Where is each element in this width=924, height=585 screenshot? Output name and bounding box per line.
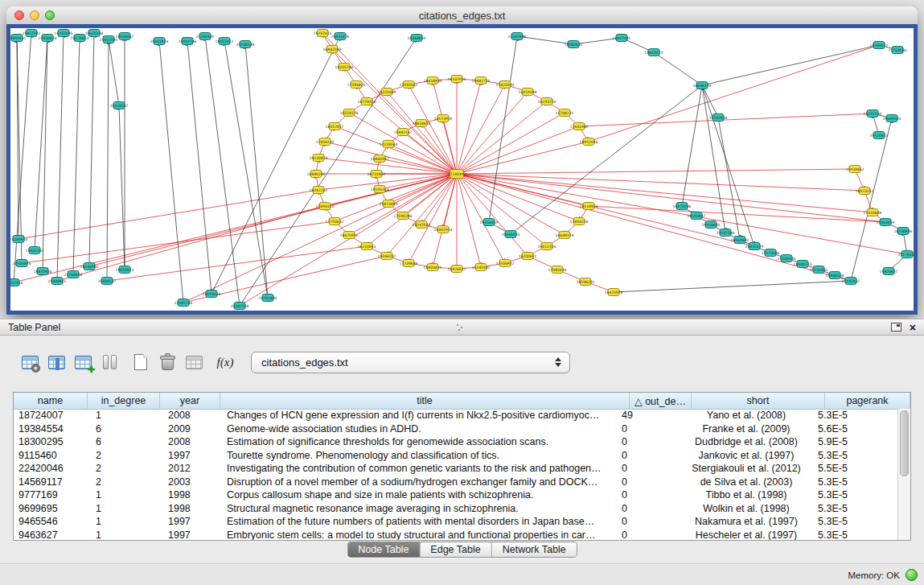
- graph-node-label: 18730946: [894, 229, 913, 233]
- graph-node-label: 19457302: [23, 31, 41, 35]
- graph-node-label: 16302914: [434, 228, 453, 232]
- graph-edge: [224, 41, 268, 298]
- graph-node-label: 19528460: [702, 223, 721, 227]
- graph-node-label: 21037584: [717, 231, 735, 235]
- table-cell: 1: [88, 529, 160, 540]
- graph-node-label: 19845203: [26, 249, 44, 253]
- table-cell: 1: [88, 410, 160, 421]
- table-cell: 0: [618, 450, 680, 461]
- table-row[interactable]: 911546021997Tourette syndrome. Phenomeno…: [14, 449, 898, 463]
- network-canvas-svg[interactable]: 1851092317804218166483741901235418200431…: [10, 28, 914, 311]
- table-cell: 1998: [160, 503, 220, 514]
- graph-node-label: 20731865: [810, 268, 828, 272]
- graph-edge: [702, 45, 879, 85]
- graph-edge: [119, 105, 125, 270]
- table-cell: 9699695: [14, 503, 88, 514]
- table-cell: 0: [618, 489, 680, 501]
- graph-node-label: 18934067: [116, 35, 134, 39]
- column-header-pagerank[interactable]: pagerank: [825, 393, 910, 409]
- table-row[interactable]: 1872400712008Changes of HCN gene express…: [14, 409, 898, 422]
- column-header-year[interactable]: year: [160, 393, 220, 409]
- graph-node-label: 16476517: [448, 267, 466, 271]
- table-panel-titlebar[interactable]: Table Panel ×: [0, 319, 924, 336]
- table-cell: 2012: [160, 463, 220, 474]
- graph-edge: [211, 36, 340, 294]
- minimize-window-button[interactable]: [30, 10, 39, 20]
- table-cell: Tourette syndrome. Phenomenology and cla…: [220, 450, 618, 461]
- graph-node-label: 17394820: [347, 83, 366, 87]
- column-header-short[interactable]: short: [692, 393, 825, 409]
- graph-node-label: 16648274: [693, 84, 712, 88]
- graph-edge: [614, 281, 851, 292]
- network-canvas[interactable]: 1851092317804218166483741901235418200431…: [10, 28, 914, 311]
- graph-edge: [89, 33, 94, 266]
- column-header-out-degree[interactable]: △ out_de…: [630, 393, 692, 409]
- table-mode-tabs: Node Table Edge Table Network Table: [347, 542, 577, 558]
- graph-node-label: 21764058: [64, 273, 83, 277]
- graph-node-label: 18475036: [673, 204, 692, 208]
- column-header-in-degree[interactable]: in_degree: [88, 393, 160, 409]
- graph-node-label: 18475920: [340, 233, 359, 237]
- graph-node-label: 17240493: [448, 172, 466, 176]
- table-row[interactable]: 1456911722003Disruption of a novel membe…: [14, 476, 898, 489]
- window-titlebar[interactable]: citations_edges.txt: [6, 6, 918, 25]
- table-row[interactable]: 946362711997Embryonic stem cells: a mode…: [14, 529, 898, 541]
- panel-divider-handle[interactable]: [455, 323, 465, 332]
- select-table-icon[interactable]: ✚: [72, 352, 93, 373]
- graph-node-label: 16019348: [519, 90, 537, 94]
- zoom-window-button[interactable]: [45, 10, 55, 20]
- graph-node-label: 20893541: [10, 36, 27, 40]
- network-table-select[interactable]: citations_edges.txt: [251, 352, 570, 373]
- close-panel-icon[interactable]: ×: [910, 322, 916, 333]
- graph-node-label: 16648374: [556, 233, 574, 237]
- graph-node-label: 15994310: [316, 204, 335, 208]
- table-cell: 5.3E-5: [813, 529, 898, 540]
- import-table-icon[interactable]: [183, 352, 204, 373]
- table-cell: 2003: [160, 476, 220, 488]
- graph-edge: [589, 45, 879, 142]
- table-row[interactable]: 2242004622012Investigating the contribut…: [14, 462, 898, 476]
- new-table-icon[interactable]: [130, 352, 151, 373]
- graph-node-label: 19154459: [480, 220, 499, 225]
- graph-edge: [457, 174, 851, 281]
- graph-node-label: 18205746: [335, 65, 354, 69]
- table-cell: 1997: [160, 450, 220, 461]
- graph-node-label: 19406528: [826, 274, 844, 278]
- function-builder-icon[interactable]: f(x): [215, 352, 236, 373]
- graph-node-label: 18293750: [538, 100, 556, 104]
- table-row[interactable]: 969969511998Structural magnetic resonanc…: [14, 502, 898, 516]
- table-cell: 1: [88, 489, 160, 501]
- table-row[interactable]: 977716911998Corpus callosum shape and si…: [14, 488, 898, 502]
- table-row[interactable]: 1830029562008Estimation of significance …: [14, 435, 898, 449]
- graph-edge: [654, 52, 702, 85]
- row-height-icon[interactable]: [99, 352, 120, 373]
- tab-edge-table[interactable]: Edge Table: [419, 542, 491, 557]
- graph-node-label: 16147025: [448, 77, 466, 81]
- graph-node-label: 17641980: [570, 125, 589, 129]
- table-scrollbar-thumb[interactable]: [900, 410, 909, 476]
- table-scrollbar[interactable]: [897, 409, 910, 540]
- graph-node-label: 19012354: [538, 245, 556, 249]
- float-panel-icon[interactable]: [891, 323, 901, 332]
- tab-network-table[interactable]: Network Table: [491, 542, 577, 557]
- column-header-name[interactable]: name: [14, 393, 88, 409]
- graph-node-label: 25160650: [10, 237, 28, 241]
- table-row[interactable]: 946554611997Estimation of the future num…: [14, 515, 898, 529]
- table-options-icon[interactable]: [19, 352, 40, 373]
- table-cell: 2: [88, 476, 160, 488]
- graph-node-label: 19650873: [116, 268, 134, 272]
- table-cell: 0: [618, 529, 680, 540]
- column-header-title[interactable]: title: [220, 393, 630, 409]
- graph-node-label: 15768231: [556, 111, 574, 115]
- delete-table-icon[interactable]: [157, 352, 178, 373]
- table-cell: 2008: [160, 410, 220, 421]
- close-window-button[interactable]: [14, 10, 24, 20]
- graph-edge: [109, 39, 119, 105]
- graph-node-label: 19230874: [310, 156, 328, 160]
- column-visibility-icon[interactable]: [46, 352, 67, 373]
- table-cell: 5.3E-5: [813, 450, 898, 461]
- graph-node-label: 21290385: [196, 35, 215, 39]
- graph-edge: [107, 246, 367, 281]
- table-row[interactable]: 1938455462009Genome-wide association stu…: [14, 422, 898, 436]
- tab-node-table[interactable]: Node Table: [347, 542, 419, 557]
